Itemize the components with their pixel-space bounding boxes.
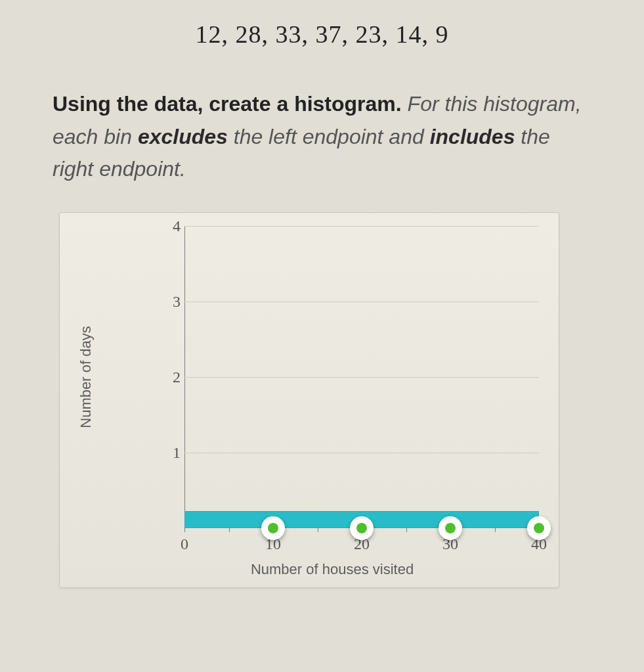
instruction-includes: includes [430,125,515,148]
y-tick-label: 3 [162,292,181,310]
bar-drag-handle[interactable] [439,516,462,540]
gridline [184,453,539,453]
gridline [184,377,539,378]
histogram-widget[interactable]: Number of days Number of houses visited … [59,212,559,588]
handle-inner-dot [268,523,278,533]
bar-drag-handle[interactable] [261,516,285,540]
data-list: 12, 28, 33, 37, 23, 14, 9 [33,20,611,49]
gridline [184,226,539,227]
y-tick-label: 4 [162,217,181,235]
x-tick-mark [318,528,318,532]
gridline [184,302,539,302]
x-tick-mark [495,528,496,532]
bar-drag-handle[interactable] [527,516,551,540]
x-tick-mark [406,528,407,532]
handle-inner-dot [356,523,367,533]
handle-inner-dot [534,523,544,533]
plot-area: 1234010203040 [184,226,539,528]
instruction-rest-2: the left endpoint and [228,125,430,148]
x-tick-mark [229,528,230,532]
instruction-excludes: excludes [138,125,228,148]
bar-drag-handle[interactable] [350,516,374,540]
y-tick-label: 2 [162,368,181,386]
instruction-lead: Using the data, create a histogram. [53,92,402,116]
x-tick-mark [184,528,185,532]
y-axis-label: Number of days [77,326,95,428]
instruction-text: Using the data, create a histogram. For … [53,88,591,186]
y-tick-label: 1 [162,443,181,461]
x-tick-label: 0 [181,535,188,553]
x-axis-label: Number of houses visited [251,561,414,578]
handle-inner-dot [445,523,456,533]
